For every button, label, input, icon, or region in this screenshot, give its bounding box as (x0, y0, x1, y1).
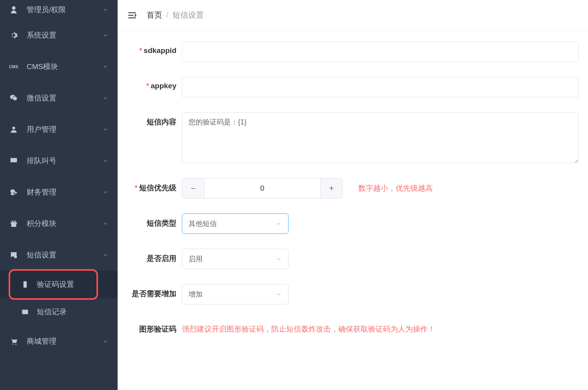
gear-icon (9, 31, 18, 40)
label-sdkappid: *sdkappid (127, 42, 182, 55)
row-enabled: 是否启用 启用 (127, 249, 579, 269)
form-content: *sdkappid *appkey 短信内容 *短信优先级 (118, 31, 588, 390)
sidebar-subitem-label: 短信记录 (37, 307, 67, 317)
label-appkey: *appkey (127, 77, 182, 90)
sidebar: 管理员/权限 系统设置 CMS CMS模块 微信设置 用户 (0, 0, 118, 390)
chevron-up-icon (103, 252, 108, 258)
label-enabled: 是否启用 (127, 249, 182, 264)
sidebar-item-users[interactable]: 用户管理 (0, 114, 118, 145)
sidebar-item-shop[interactable]: 商城管理 (0, 326, 118, 357)
breadcrumb: 首页 / 短信设置 (147, 10, 204, 20)
envelope-icon (21, 308, 29, 316)
label-captcha: 图形验证码 (127, 319, 182, 334)
chevron-down-icon (103, 190, 108, 195)
row-captcha: 图形验证码 强烈建议开启图形验证码，防止短信轰炸攻击，确保获取验证码为人为操作！ (127, 319, 579, 334)
svg-rect-1 (11, 158, 17, 162)
stepper-decrease-button[interactable]: − (182, 179, 204, 198)
chevron-down-icon (103, 127, 108, 132)
enabled-select[interactable]: 启用 (182, 249, 289, 269)
topbar: 首页 / 短信设置 (118, 0, 588, 31)
priority-stepper: − + (182, 178, 343, 199)
sidebar-item-system[interactable]: 系统设置 (0, 20, 118, 51)
admin-icon (9, 5, 18, 14)
wechat-icon (9, 94, 18, 102)
breadcrumb-separator: / (166, 11, 169, 20)
chevron-down-icon (276, 256, 282, 262)
select-value: 其他短信 (189, 219, 276, 228)
chevron-down-icon (103, 221, 108, 226)
sms-settings-icon (9, 251, 18, 259)
chevron-down-icon (103, 33, 108, 38)
chevron-down-icon (103, 7, 108, 13)
select-value: 增加 (189, 290, 276, 299)
breadcrumb-home[interactable]: 首页 (147, 10, 162, 20)
svg-rect-4 (11, 224, 16, 227)
sms-content-textarea[interactable] (182, 112, 579, 163)
chevron-down-icon (103, 339, 108, 344)
svg-point-0 (12, 127, 15, 129)
label-sms-content: 短信内容 (127, 112, 182, 127)
sidebar-item-wechat[interactable]: 微信设置 (0, 82, 118, 114)
sidebar-item-finance[interactable]: 财务管理 (0, 177, 118, 208)
gift-icon (9, 219, 18, 228)
sidebar-subitem-sms-log[interactable]: 短信记录 (0, 298, 118, 326)
cart-icon (9, 337, 18, 346)
sidebar-subitem-label: 验证码设置 (37, 279, 74, 290)
sms-type-select[interactable]: 其他短信 (182, 213, 289, 234)
chevron-down-icon (103, 64, 108, 69)
need-add-select[interactable]: 增加 (182, 284, 289, 304)
sidebar-item-cms[interactable]: CMS CMS模块 (0, 51, 118, 82)
select-value: 启用 (189, 254, 276, 264)
captcha-hint: 强烈建议开启图形验证码，防止短信轰炸攻击，确保获取验证码为人为操作！ (182, 319, 435, 334)
stepper-increase-button[interactable]: + (320, 179, 342, 198)
sidebar-item-label: 用户管理 (27, 124, 103, 135)
svg-point-7 (25, 286, 25, 287)
sidebar-item-label: 短信设置 (27, 250, 103, 260)
sidebar-item-label: 排队叫号 (27, 156, 103, 166)
label-need-add: 是否需要增加 (127, 284, 182, 299)
row-sms-type: 短信类型 其他短信 (127, 213, 579, 234)
sdkappid-input[interactable] (182, 42, 579, 62)
row-sdkappid: *sdkappid (127, 42, 579, 62)
cms-icon: CMS (9, 62, 18, 71)
sidebar-item-points[interactable]: 积分模块 (0, 208, 118, 239)
breadcrumb-current: 短信设置 (172, 10, 204, 20)
sidebar-item-label: 微信设置 (27, 93, 103, 103)
label-sms-type: 短信类型 (127, 213, 182, 228)
sidebar-item-admin[interactable]: 管理员/权限 (0, 0, 118, 20)
chevron-down-icon (276, 291, 282, 297)
chevron-down-icon (103, 158, 108, 164)
sidebar-item-label: 商城管理 (27, 336, 103, 346)
sidebar-subitem-verification-code[interactable]: 验证码设置 (0, 271, 118, 298)
sidebar-item-label: CMS模块 (27, 62, 103, 72)
appkey-input[interactable] (182, 77, 579, 97)
chevron-down-icon (276, 221, 282, 227)
collapse-sidebar-button[interactable] (127, 10, 137, 20)
user-icon (9, 125, 18, 134)
sidebar-item-label: 系统设置 (27, 30, 103, 40)
label-priority: *短信优先级 (127, 178, 182, 193)
monitor-icon (9, 157, 18, 165)
sidebar-item-sms[interactable]: 短信设置 (0, 239, 118, 271)
phone-icon (21, 281, 29, 288)
main: 首页 / 短信设置 *sdkappid *appkey 短信内容 (118, 0, 588, 390)
chevron-down-icon (103, 95, 108, 101)
row-priority: *短信优先级 − + 数字越小，优先级越高 (127, 178, 579, 199)
svg-rect-3 (11, 222, 17, 224)
sidebar-item-queue[interactable]: 排队叫号 (0, 145, 118, 177)
row-need-add: 是否需要增加 增加 (127, 284, 579, 304)
coins-icon (9, 188, 18, 197)
sidebar-item-label: 积分模块 (27, 219, 103, 229)
row-appkey: *appkey (127, 77, 579, 97)
sidebar-item-label: 财务管理 (27, 187, 103, 197)
priority-input[interactable] (204, 179, 320, 198)
priority-hint: 数字越小，优先级越高 (358, 183, 433, 193)
sidebar-item-label: 管理员/权限 (27, 5, 103, 15)
svg-point-5 (14, 255, 17, 258)
svg-point-10 (15, 344, 16, 345)
svg-point-9 (13, 344, 14, 345)
row-sms-content: 短信内容 (127, 112, 579, 163)
